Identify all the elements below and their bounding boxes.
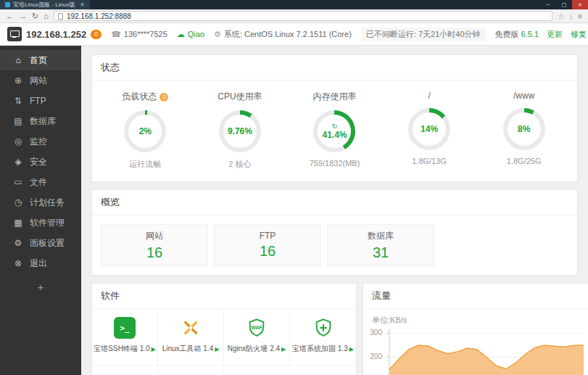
gauge-hole: ↻41.4% xyxy=(318,115,351,148)
sidebar-item-security[interactable]: ◈安全 xyxy=(0,152,81,172)
window-controls: ─ ▢ ✕ xyxy=(540,0,588,9)
toolbar-right-icons: ☆ ↓ ≡ xyxy=(558,12,582,20)
gauge-sublabel: 运行流畅 xyxy=(129,159,161,170)
overview-box-数据库[interactable]: 数据库31 xyxy=(327,224,434,266)
status-gauge: 内存使用率↻41.4%759/1832(MB) xyxy=(291,91,378,170)
browser-toolbar: ← → ↻ ⌂ 192.168.1.252:8888 ☆ ↓ ≡ xyxy=(0,9,588,23)
uptime-label: 已不间断运行: 7天21小时40分钟 xyxy=(361,28,486,41)
waf-shield-icon: WAF xyxy=(246,317,268,339)
software-item-label: 宝塔SSH终端 1.0▶ xyxy=(94,344,155,354)
help-icon[interactable]: ? xyxy=(160,93,168,102)
update-link[interactable]: 更新 xyxy=(547,29,563,40)
software-grid: >_宝塔SSH终端 1.0▶Linux工具箱 1.4▶WAFNginx防火墙 2… xyxy=(92,309,356,375)
traffic-card: 流量 单位:KB/s 300200100 xyxy=(363,283,588,375)
home-icon[interactable]: ⌂ xyxy=(44,12,49,20)
sidebar-item-ftp[interactable]: ⇅FTP xyxy=(0,91,81,111)
tab-title: 宝塔Linux面板 - Linux版 xyxy=(13,1,75,9)
overview-box-value: 16 xyxy=(146,244,162,261)
repair-link[interactable]: 修复 xyxy=(571,29,587,40)
gear-icon: ⚙ xyxy=(214,30,221,39)
close-button[interactable]: ✕ xyxy=(572,0,588,9)
edition-label: 免费版 6.5.1 xyxy=(495,29,539,40)
software-item[interactable]: Linux工具箱 1.4▶ xyxy=(158,309,224,366)
back-icon[interactable]: ← xyxy=(6,12,14,20)
terminal-icon: >_ xyxy=(114,317,136,339)
url-bar[interactable]: 192.168.1.252:8888 xyxy=(54,11,552,21)
sidebar: ⌂首页⊕网站⇅FTP▤数据库◎监控◈安全▭文件◷计划任务▦软件管理⚙面板设置⊗退… xyxy=(0,46,81,375)
gauge-value: 8% xyxy=(518,124,530,134)
traffic-card-title: 流量 xyxy=(363,284,588,309)
sidebar-item-label: 网站 xyxy=(30,75,47,87)
sidebar-item-database[interactable]: ▤数据库 xyxy=(0,111,81,131)
software-item[interactable] xyxy=(158,366,224,375)
sidebar-item-files[interactable]: ▭文件 xyxy=(0,172,81,192)
site-icon: ⊕ xyxy=(13,75,23,86)
release-memory-icon[interactable]: ↻ xyxy=(332,123,338,130)
message-count-badge[interactable]: 0 xyxy=(91,30,102,39)
software-item[interactable]: WAFNginx防火墙 2.4▶ xyxy=(224,309,290,366)
minimize-button[interactable]: ─ xyxy=(540,0,556,9)
overview-box-label: FTP xyxy=(260,231,276,241)
menu-icon[interactable]: ≡ xyxy=(578,12,582,20)
main-content: 状态 负载状态?2%运行流畅CPU使用率9.76%2 核心内存使用率↻41.4%… xyxy=(81,46,588,375)
sidebar-item-monitor[interactable]: ◎监控 xyxy=(0,131,81,152)
logout-icon: ⊗ xyxy=(13,258,23,268)
status-card-title: 状态 xyxy=(92,55,577,81)
gauge-value: 41.4% xyxy=(322,130,347,140)
software-item-label: 宝塔系统加固 1.3▶ xyxy=(292,344,354,354)
status-gauges: 负载状态?2%运行流畅CPU使用率9.76%2 核心内存使用率↻41.4%759… xyxy=(92,81,577,181)
chevron-right-icon: ▶ xyxy=(152,346,156,353)
database-icon: ▤ xyxy=(13,116,23,126)
tab-close-icon[interactable]: ✕ xyxy=(80,1,85,8)
panel-header: 192.168.1.252 0 ☎ 136****7525 ☁ Qiao ⚙ 系… xyxy=(0,23,588,46)
software-icon: ▦ xyxy=(13,218,23,228)
app-body: ⌂首页⊕网站⇅FTP▤数据库◎监控◈安全▭文件◷计划任务▦软件管理⚙面板设置⊗退… xyxy=(0,46,588,375)
browser-tab[interactable]: 宝塔Linux面板 - Linux版 ✕ xyxy=(0,0,90,9)
software-card: 软件 >_宝塔SSH终端 1.0▶Linux工具箱 1.4▶WAFNginx防火… xyxy=(91,283,357,375)
maximize-button[interactable]: ▢ xyxy=(556,0,572,9)
gauge-value: 14% xyxy=(421,124,438,134)
gauge-value: 9.76% xyxy=(228,126,252,136)
server-identity[interactable]: 192.168.1.252 0 xyxy=(7,27,102,41)
phone-icon: ☎ xyxy=(111,30,121,39)
overview-card: 概览 网站16FTP16数据库31 xyxy=(91,189,578,276)
forward-icon[interactable]: → xyxy=(19,12,27,20)
sidebar-expand-button[interactable]: + xyxy=(0,281,81,293)
gauge-label: CPU使用率 xyxy=(218,91,262,103)
sidebar-item-home[interactable]: ⌂首页 xyxy=(0,50,81,70)
download-icon[interactable]: ↓ xyxy=(569,12,573,20)
software-item[interactable] xyxy=(92,366,158,375)
software-item[interactable]: 宝塔系统加固 1.3▶ xyxy=(290,309,356,366)
status-gauge: CPU使用率9.76%2 核心 xyxy=(196,91,283,170)
bookmark-star-icon[interactable]: ☆ xyxy=(558,12,564,20)
sidebar-item-settings[interactable]: ⚙面板设置 xyxy=(0,233,81,253)
gauge-hole: 2% xyxy=(128,115,162,148)
sidebar-item-label: 软件管理 xyxy=(30,217,65,229)
overview-box-value: 31 xyxy=(373,244,389,261)
sidebar-item-site[interactable]: ⊕网站 xyxy=(0,70,81,91)
ftp-icon: ⇅ xyxy=(13,96,23,106)
gauge-label: 负载状态? xyxy=(122,91,168,103)
software-item-label: Nginx防火墙 2.4▶ xyxy=(228,344,286,354)
gauge-sublabel: 1.8G/13G xyxy=(412,157,447,165)
settings-icon: ⚙ xyxy=(13,238,23,248)
tools-icon xyxy=(180,317,202,339)
refresh-icon[interactable]: ↻ xyxy=(32,12,38,20)
overview-box-label: 网站 xyxy=(146,230,163,242)
gauge-sublabel: 759/1832(MB) xyxy=(310,159,360,168)
bt-logo-icon xyxy=(7,27,22,41)
sidebar-item-logout[interactable]: ⊗退出 xyxy=(0,253,81,273)
phone-binding[interactable]: ☎ 136****7525 xyxy=(111,30,167,39)
security-icon: ◈ xyxy=(13,157,23,167)
software-card-title: 软件 xyxy=(92,284,356,309)
overview-box-网站[interactable]: 网站16 xyxy=(101,224,208,266)
cloud-account[interactable]: ☁ Qiao xyxy=(177,30,204,39)
sidebar-items: ⌂首页⊕网站⇅FTP▤数据库◎监控◈安全▭文件◷计划任务▦软件管理⚙面板设置⊗退… xyxy=(0,50,81,273)
software-item-label: Linux工具箱 1.4▶ xyxy=(162,344,220,354)
overview-box-FTP[interactable]: FTP16 xyxy=(214,224,321,266)
sidebar-item-software[interactable]: ▦软件管理 xyxy=(0,213,81,233)
sidebar-item-cron[interactable]: ◷计划任务 xyxy=(0,192,81,213)
version-number[interactable]: 6.5.1 xyxy=(521,30,539,38)
gauge-sublabel: 2 核心 xyxy=(228,159,251,170)
software-item[interactable]: >_宝塔SSH终端 1.0▶ xyxy=(92,309,158,366)
